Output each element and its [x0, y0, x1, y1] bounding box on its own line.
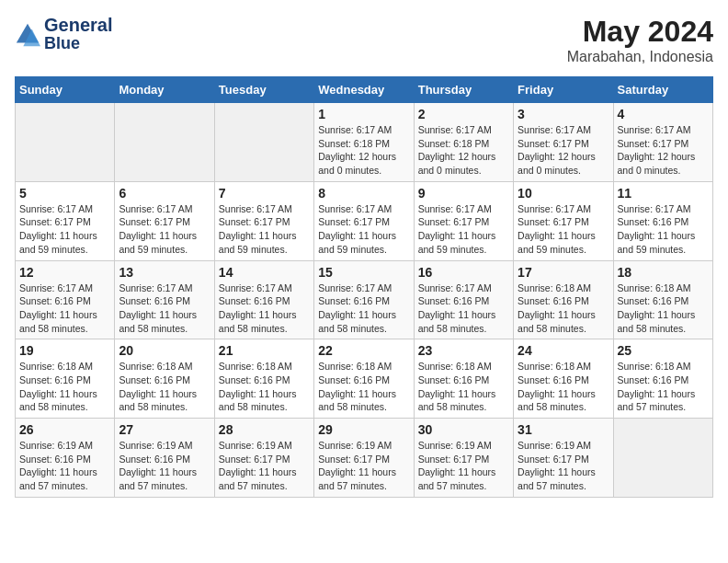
calendar-cell: 28Sunrise: 6:19 AMSunset: 6:17 PMDayligh… [214, 419, 313, 498]
day-number: 5 [19, 186, 110, 201]
calendar-cell: 1Sunrise: 6:17 AMSunset: 6:18 PMDaylight… [314, 103, 414, 182]
calendar-cell: 19Sunrise: 6:18 AMSunset: 6:16 PMDayligh… [16, 339, 115, 419]
day-number: 18 [618, 265, 709, 280]
weekday-header: Friday [514, 77, 613, 103]
day-number: 17 [518, 265, 609, 280]
day-info: Sunrise: 6:17 AMSunset: 6:17 PMDaylight:… [618, 123, 709, 178]
day-info: Sunrise: 6:18 AMSunset: 6:16 PMDaylight:… [119, 360, 210, 414]
weekday-header: Wednesday [314, 77, 414, 103]
day-info: Sunrise: 6:18 AMSunset: 6:16 PMDaylight:… [318, 360, 409, 414]
weekday-header: Monday [115, 77, 214, 103]
day-info: Sunrise: 6:18 AMSunset: 6:16 PMDaylight:… [618, 360, 709, 414]
calendar-cell [613, 419, 712, 498]
calendar-cell: 21Sunrise: 6:18 AMSunset: 6:16 PMDayligh… [214, 339, 313, 419]
day-info: Sunrise: 6:19 AMSunset: 6:16 PMDaylight:… [19, 439, 110, 493]
day-info: Sunrise: 6:19 AMSunset: 6:17 PMDaylight:… [518, 439, 609, 493]
day-number: 23 [418, 343, 509, 358]
day-number: 22 [318, 343, 409, 358]
day-number: 6 [119, 186, 210, 201]
day-number: 31 [518, 422, 609, 437]
calendar-cell: 26Sunrise: 6:19 AMSunset: 6:16 PMDayligh… [16, 419, 115, 498]
day-info: Sunrise: 6:18 AMSunset: 6:16 PMDaylight:… [518, 360, 609, 414]
calendar-week-row: 1Sunrise: 6:17 AMSunset: 6:18 PMDaylight… [16, 103, 713, 182]
day-info: Sunrise: 6:18 AMSunset: 6:16 PMDaylight:… [19, 360, 110, 414]
calendar-cell: 27Sunrise: 6:19 AMSunset: 6:16 PMDayligh… [115, 419, 214, 498]
calendar-cell: 6Sunrise: 6:17 AMSunset: 6:17 PMDaylight… [115, 181, 214, 260]
calendar-cell: 8Sunrise: 6:17 AMSunset: 6:17 PMDaylight… [314, 181, 414, 260]
day-number: 1 [318, 107, 409, 121]
day-number: 25 [618, 343, 709, 358]
day-info: Sunrise: 6:18 AMSunset: 6:16 PMDaylight:… [518, 282, 609, 336]
weekday-header: Tuesday [214, 77, 313, 103]
day-info: Sunrise: 6:17 AMSunset: 6:17 PMDaylight:… [219, 202, 310, 257]
calendar-week-row: 5Sunrise: 6:17 AMSunset: 6:17 PMDaylight… [16, 181, 713, 260]
logo-icon [15, 22, 40, 48]
weekday-header: Thursday [414, 77, 513, 103]
day-number: 26 [19, 422, 110, 437]
day-info: Sunrise: 6:18 AMSunset: 6:16 PMDaylight:… [618, 282, 709, 336]
day-info: Sunrise: 6:17 AMSunset: 6:17 PMDaylight:… [518, 202, 609, 257]
calendar-cell: 5Sunrise: 6:17 AMSunset: 6:17 PMDaylight… [16, 181, 115, 260]
weekday-header: Sunday [16, 77, 115, 103]
day-number: 29 [318, 422, 409, 437]
day-info: Sunrise: 6:19 AMSunset: 6:17 PMDaylight:… [418, 439, 509, 493]
calendar-cell: 18Sunrise: 6:18 AMSunset: 6:16 PMDayligh… [613, 260, 712, 339]
day-info: Sunrise: 6:18 AMSunset: 6:16 PMDaylight:… [219, 360, 310, 414]
day-number: 3 [518, 107, 609, 121]
day-number: 28 [219, 422, 310, 437]
calendar-week-row: 12Sunrise: 6:17 AMSunset: 6:16 PMDayligh… [16, 260, 713, 339]
day-number: 20 [119, 343, 210, 358]
day-info: Sunrise: 6:17 AMSunset: 6:16 PMDaylight:… [19, 282, 110, 336]
title-block: May 2024 Marabahan, Indonesia [567, 15, 713, 65]
day-number: 27 [119, 422, 210, 437]
day-info: Sunrise: 6:19 AMSunset: 6:17 PMDaylight:… [318, 439, 409, 493]
day-info: Sunrise: 6:17 AMSunset: 6:17 PMDaylight:… [518, 123, 609, 178]
calendar-cell: 11Sunrise: 6:17 AMSunset: 6:16 PMDayligh… [613, 181, 712, 260]
calendar-cell: 22Sunrise: 6:18 AMSunset: 6:16 PMDayligh… [314, 339, 414, 419]
logo: General Blue [15, 15, 112, 53]
day-info: Sunrise: 6:19 AMSunset: 6:16 PMDaylight:… [119, 439, 210, 493]
calendar-cell: 30Sunrise: 6:19 AMSunset: 6:17 PMDayligh… [414, 419, 513, 498]
day-info: Sunrise: 6:17 AMSunset: 6:17 PMDaylight:… [418, 202, 509, 257]
day-number: 19 [19, 343, 110, 358]
calendar-cell: 23Sunrise: 6:18 AMSunset: 6:16 PMDayligh… [414, 339, 513, 419]
day-number: 21 [219, 343, 310, 358]
day-number: 8 [318, 186, 409, 201]
weekday-header: Saturday [613, 77, 712, 103]
calendar-cell [115, 103, 214, 182]
page-header: General Blue May 2024 Marabahan, Indones… [15, 15, 713, 65]
day-info: Sunrise: 6:18 AMSunset: 6:16 PMDaylight:… [418, 360, 509, 414]
calendar-cell: 25Sunrise: 6:18 AMSunset: 6:16 PMDayligh… [613, 339, 712, 419]
calendar-cell: 24Sunrise: 6:18 AMSunset: 6:16 PMDayligh… [514, 339, 613, 419]
page-subtitle: Marabahan, Indonesia [567, 49, 713, 65]
day-number: 13 [119, 265, 210, 280]
calendar-cell: 2Sunrise: 6:17 AMSunset: 6:18 PMDaylight… [414, 103, 513, 182]
calendar-cell: 10Sunrise: 6:17 AMSunset: 6:17 PMDayligh… [514, 181, 613, 260]
calendar-cell: 15Sunrise: 6:17 AMSunset: 6:16 PMDayligh… [314, 260, 414, 339]
day-number: 10 [518, 186, 609, 201]
calendar-cell: 12Sunrise: 6:17 AMSunset: 6:16 PMDayligh… [16, 260, 115, 339]
calendar-cell: 14Sunrise: 6:17 AMSunset: 6:16 PMDayligh… [214, 260, 313, 339]
day-number: 7 [219, 186, 310, 201]
day-info: Sunrise: 6:17 AMSunset: 6:17 PMDaylight:… [119, 202, 210, 257]
day-info: Sunrise: 6:17 AMSunset: 6:16 PMDaylight:… [119, 282, 210, 336]
calendar-week-row: 19Sunrise: 6:18 AMSunset: 6:16 PMDayligh… [16, 339, 713, 419]
day-info: Sunrise: 6:17 AMSunset: 6:16 PMDaylight:… [418, 282, 509, 336]
calendar-cell: 3Sunrise: 6:17 AMSunset: 6:17 PMDaylight… [514, 103, 613, 182]
calendar-cell: 31Sunrise: 6:19 AMSunset: 6:17 PMDayligh… [514, 419, 613, 498]
calendar-cell: 20Sunrise: 6:18 AMSunset: 6:16 PMDayligh… [115, 339, 214, 419]
calendar-week-row: 26Sunrise: 6:19 AMSunset: 6:16 PMDayligh… [16, 419, 713, 498]
day-number: 11 [618, 186, 709, 201]
day-number: 2 [418, 107, 509, 121]
day-info: Sunrise: 6:17 AMSunset: 6:17 PMDaylight:… [318, 202, 409, 257]
day-info: Sunrise: 6:17 AMSunset: 6:16 PMDaylight:… [618, 202, 709, 257]
calendar-cell: 29Sunrise: 6:19 AMSunset: 6:17 PMDayligh… [314, 419, 414, 498]
day-number: 16 [418, 265, 509, 280]
day-info: Sunrise: 6:17 AMSunset: 6:16 PMDaylight:… [318, 282, 409, 336]
day-number: 14 [219, 265, 310, 280]
calendar-cell: 4Sunrise: 6:17 AMSunset: 6:17 PMDaylight… [613, 103, 712, 182]
day-number: 9 [418, 186, 509, 201]
day-number: 15 [318, 265, 409, 280]
calendar-table: SundayMondayTuesdayWednesdayThursdayFrid… [15, 76, 713, 498]
calendar-cell: 9Sunrise: 6:17 AMSunset: 6:17 PMDaylight… [414, 181, 513, 260]
